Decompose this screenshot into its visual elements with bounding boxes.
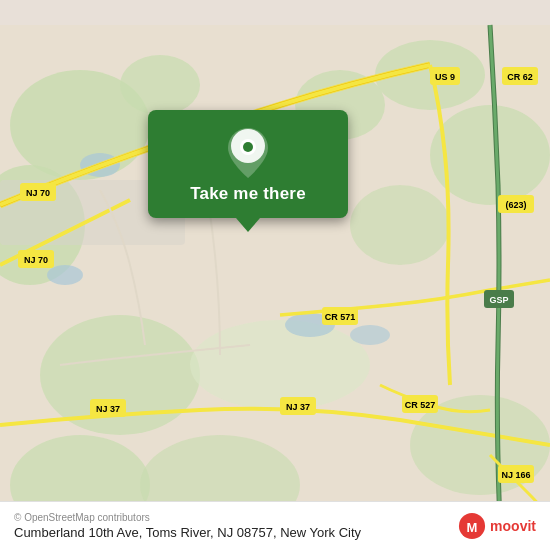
bottom-left: © OpenStreetMap contributors Cumberland …: [14, 512, 361, 540]
svg-text:NJ 70: NJ 70: [24, 255, 48, 265]
bottom-bar: © OpenStreetMap contributors Cumberland …: [0, 501, 550, 550]
svg-point-14: [47, 265, 83, 285]
location-pin: [228, 128, 268, 178]
svg-point-7: [350, 185, 450, 265]
svg-text:M: M: [467, 520, 478, 535]
attribution: © OpenStreetMap contributors: [14, 512, 361, 523]
svg-point-3: [120, 55, 200, 115]
moovit-logo: M moovit: [458, 512, 536, 540]
svg-text:GSP: GSP: [489, 295, 508, 305]
svg-text:CR 62: CR 62: [507, 72, 533, 82]
svg-text:(623): (623): [505, 200, 526, 210]
svg-point-44: [243, 142, 253, 152]
svg-text:NJ 37: NJ 37: [96, 404, 120, 414]
svg-point-9: [190, 320, 370, 410]
map-background: NJ 70 NJ 70 NJ 70 US 9 CR 62 (623) CR 57…: [0, 0, 550, 550]
address-text: Cumberland 10th Ave, Toms River, NJ 0875…: [14, 525, 361, 540]
popup-label[interactable]: Take me there: [190, 184, 306, 204]
svg-text:NJ 166: NJ 166: [501, 470, 530, 480]
svg-text:NJ 37: NJ 37: [286, 402, 310, 412]
map-container: NJ 70 NJ 70 NJ 70 US 9 CR 62 (623) CR 57…: [0, 0, 550, 550]
moovit-brand-text: moovit: [490, 518, 536, 534]
popup-card[interactable]: Take me there: [148, 110, 348, 218]
moovit-logo-icon: M: [458, 512, 486, 540]
svg-text:NJ 70: NJ 70: [26, 188, 50, 198]
svg-text:US 9: US 9: [435, 72, 455, 82]
svg-point-16: [350, 325, 390, 345]
svg-text:CR 527: CR 527: [405, 400, 436, 410]
svg-text:CR 571: CR 571: [325, 312, 356, 322]
